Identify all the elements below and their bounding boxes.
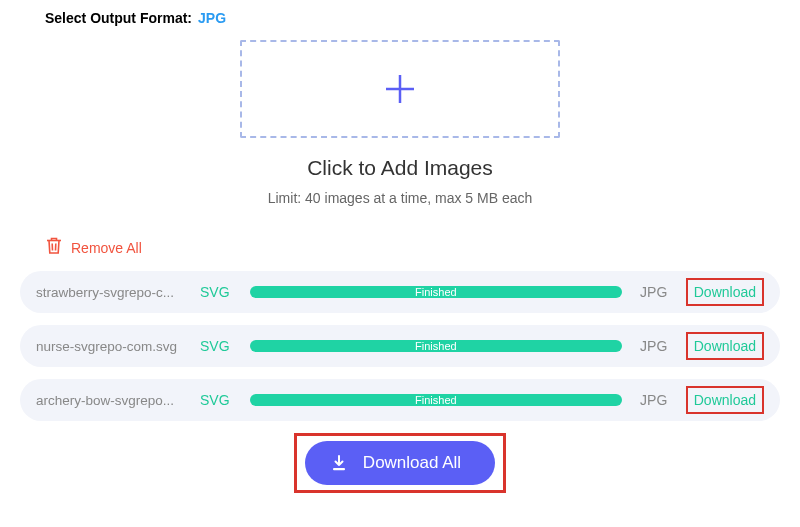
file-source-format: SVG <box>200 338 236 354</box>
limit-text: Limit: 40 images at a time, max 5 MB eac… <box>20 190 780 206</box>
add-images-title: Click to Add Images <box>20 156 780 180</box>
file-list: strawberry-svgrepo-c... SVG Finished JPG… <box>20 271 780 421</box>
file-name: archery-bow-svgrepo... <box>36 393 186 408</box>
add-images-dropzone[interactable] <box>240 40 560 138</box>
download-all-label: Download All <box>363 453 461 473</box>
file-target-format: JPG <box>636 284 672 300</box>
file-row: archery-bow-svgrepo... SVG Finished JPG … <box>20 379 780 421</box>
download-button[interactable]: Download <box>686 386 764 414</box>
file-target-format: JPG <box>636 338 672 354</box>
file-source-format: SVG <box>200 284 236 300</box>
plus-icon <box>380 69 420 109</box>
progress-status: Finished <box>415 286 457 298</box>
file-source-format: SVG <box>200 392 236 408</box>
download-all-highlight: Download All <box>294 433 506 493</box>
download-button[interactable]: Download <box>686 278 764 306</box>
file-row: strawberry-svgrepo-c... SVG Finished JPG… <box>20 271 780 313</box>
download-button[interactable]: Download <box>686 332 764 360</box>
file-name: strawberry-svgrepo-c... <box>36 285 186 300</box>
remove-all-label: Remove All <box>71 240 142 256</box>
download-icon <box>331 455 347 471</box>
progress-bar: Finished <box>250 283 622 301</box>
trash-icon <box>45 236 63 259</box>
output-format-label: Select Output Format: <box>45 10 192 26</box>
file-row: nurse-svgrepo-com.svg SVG Finished JPG D… <box>20 325 780 367</box>
progress-status: Finished <box>415 394 457 406</box>
svg-rect-2 <box>333 468 345 470</box>
file-target-format: JPG <box>636 392 672 408</box>
download-all-button[interactable]: Download All <box>305 441 495 485</box>
progress-bar: Finished <box>250 337 622 355</box>
progress-bar: Finished <box>250 391 622 409</box>
progress-status: Finished <box>415 340 457 352</box>
output-format-value[interactable]: JPG <box>198 10 226 26</box>
file-name: nurse-svgrepo-com.svg <box>36 339 186 354</box>
remove-all-button[interactable]: Remove All <box>45 236 780 259</box>
